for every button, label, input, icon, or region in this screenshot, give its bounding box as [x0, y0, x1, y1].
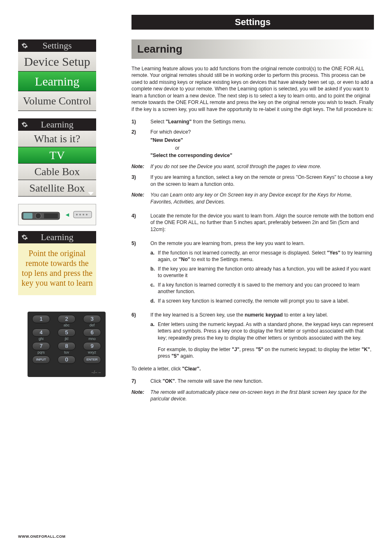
footer-url: WWW.ONEFORALL.COM — [18, 534, 65, 539]
step-3: 3) If you are learning a function, selec… — [131, 174, 374, 187]
choice-option: "New Device" — [150, 137, 374, 143]
step-2-choices: "New Device" or "Select the correspondin… — [131, 137, 374, 159]
note-label: Note: — [131, 192, 150, 205]
step-5-substeps: a.If the function is not learned correct… — [131, 250, 374, 304]
step-1: 1) Select "Learning" from the Settings m… — [131, 118, 374, 125]
note-2: Note: You can Learn onto any key or On S… — [131, 192, 374, 205]
panel-title: Learning — [41, 232, 73, 243]
step-7: 7) Click "OK". The remote will save the … — [131, 378, 374, 384]
oneforall-remote-icon — [21, 207, 62, 222]
substep-5b: b.If the key you are learning the functi… — [150, 266, 374, 279]
step-2: 2) For which device? — [131, 129, 374, 135]
note-label: Note: — [131, 389, 150, 402]
learning-note-panel: Learning Point the original remote towar… — [18, 231, 96, 295]
remote-alignment-diagram: ◄ — [18, 204, 96, 225]
keypad-key-7[interactable]: 7pqrs — [30, 342, 52, 355]
gear-icon — [21, 121, 28, 128]
source-remote-icon — [73, 209, 93, 220]
keypad-key-4[interactable]: 4ghi — [30, 328, 52, 341]
substep-6a: a.Enter letters using the numeric keypad… — [150, 321, 374, 341]
learning-panel: Learning What is it? TV Cable Box Satell… — [18, 118, 96, 197]
step-number: 7) — [131, 378, 150, 384]
step-number: 1) — [131, 118, 150, 125]
note-text: You can Learn onto any key or On Screen … — [150, 192, 374, 205]
keypad-key-1[interactable]: 1 — [30, 315, 52, 328]
keypad-key-6[interactable]: 6mno — [81, 328, 103, 341]
section-header: Learning — [131, 39, 374, 59]
chevron-down-icon[interactable] — [88, 192, 94, 195]
note-label: Note: — [131, 163, 150, 170]
learning-instruction-note: Point the original remote towards the to… — [18, 243, 96, 295]
step-number: 6) — [131, 312, 150, 318]
keypad-key-input[interactable]: INPUT — [30, 356, 52, 368]
note-3: Note: The remote will automatically plac… — [131, 389, 374, 402]
settings-row-learning[interactable]: Learning — [18, 72, 96, 91]
numeric-keypad: 12abc3def4ghi5jkl6mno7pqrs8tuv9wxyzINPUT… — [28, 312, 106, 377]
arrow-icon: ◄ — [63, 211, 72, 218]
settings-panel-header: Settings — [18, 39, 96, 52]
step-text: For which device? — [150, 129, 374, 135]
learning-panel-header: Learning — [18, 118, 96, 131]
svg-point-6 — [79, 214, 81, 215]
row-label: Satellite Box — [29, 182, 85, 194]
step-text: On the remote you are learning from, pre… — [150, 240, 374, 247]
step-text: Click "OK". The remote will save the new… — [150, 378, 374, 384]
svg-point-5 — [76, 214, 78, 215]
settings-row-volume-control[interactable]: Volume Control — [18, 91, 96, 111]
settings-panel: Settings Device Setup Learning Volume Co… — [18, 39, 96, 111]
step-text: Select "Learning" from the Settings menu… — [150, 118, 374, 125]
keypad-key-9[interactable]: 9wxyz — [81, 342, 103, 355]
step-4: 4) Locate the remote for the device you … — [131, 213, 374, 233]
learning-note-header: Learning — [18, 231, 96, 243]
choice-or: or — [150, 145, 374, 151]
step-number: 5) — [131, 240, 150, 247]
step-text: If the key learned is a Screen key, use … — [150, 312, 374, 318]
keypad-key-0[interactable]: 0 — [55, 356, 78, 368]
step-text: If you are learning a function, select a… — [150, 174, 374, 187]
page-title-bar: Settings — [131, 15, 374, 30]
step-6: 6) If the key learned is a Screen key, u… — [131, 312, 374, 318]
keypad-key-5[interactable]: 5jkl — [55, 328, 78, 341]
substep-6-example: For example, to display the letter "J", … — [150, 346, 374, 360]
gear-icon — [21, 234, 28, 240]
keypad-key-3[interactable]: 3def — [81, 315, 103, 328]
svg-point-2 — [35, 213, 41, 219]
settings-row-device-setup[interactable]: Device Setup — [18, 52, 96, 72]
svg-point-7 — [83, 214, 84, 215]
learning-row-satellitebox[interactable]: Satellite Box — [18, 180, 96, 197]
delete-letter-note: To delete a letter, click "Clear". — [131, 365, 374, 372]
gear-icon — [21, 42, 28, 49]
substep-5d: d.If a screen key function is learned co… — [150, 298, 374, 304]
note-text: The remote will automatically place new … — [150, 389, 374, 402]
substep-5a: a.If the function is not learned correct… — [150, 250, 374, 263]
keypad-footer: –/– – — [30, 369, 103, 375]
intro-paragraph: The Learning feature allows you to add f… — [131, 65, 374, 113]
choice-option: "Select the corresponding device" — [150, 152, 374, 159]
panel-title: Learning — [41, 119, 73, 130]
svg-point-8 — [86, 214, 88, 215]
svg-rect-3 — [44, 213, 58, 218]
keypad-key-2[interactable]: 2abc — [55, 315, 78, 328]
note-1: Note: If you do not see the Device you w… — [131, 163, 374, 170]
step-6-substeps: a.Enter letters using the numeric keypad… — [131, 321, 374, 360]
panel-title: Settings — [43, 40, 72, 51]
learning-row-cablebox[interactable]: Cable Box — [18, 164, 96, 180]
keypad-key-8[interactable]: 8tuv — [55, 342, 78, 355]
step-5: 5) On the remote you are learning from, … — [131, 240, 374, 247]
step-number: 4) — [131, 213, 150, 233]
note-text: If you do not see the Device you want, s… — [150, 163, 321, 170]
keypad-key-enter[interactable]: ENTER — [81, 356, 103, 368]
step-number: 3) — [131, 174, 150, 187]
learning-row-tv[interactable]: TV — [18, 147, 96, 164]
learning-row-whatisit[interactable]: What is it? — [18, 131, 96, 147]
step-text: Locate the remote for the device you wan… — [150, 213, 374, 233]
step-number: 2) — [131, 129, 150, 135]
svg-rect-1 — [23, 213, 32, 219]
substep-5c: c.If a key function is learned correctly… — [150, 282, 374, 295]
